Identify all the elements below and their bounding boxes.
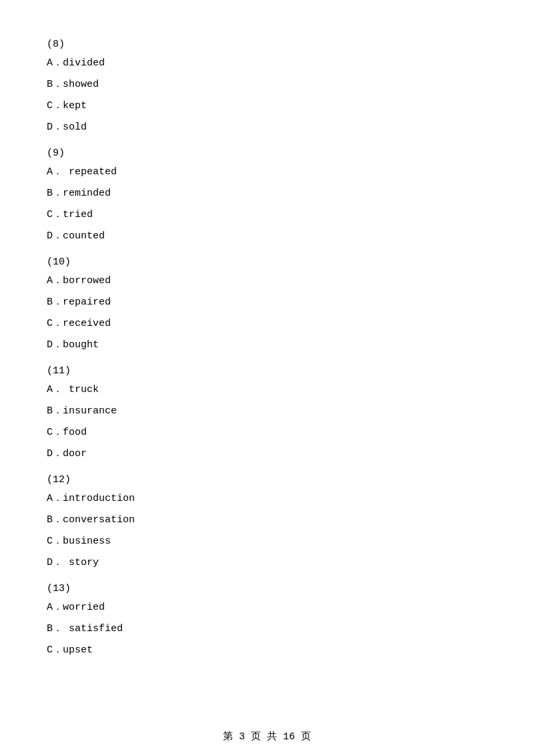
option-11-2: C．food [47, 425, 487, 441]
option-9-0: A． repeated [47, 164, 487, 180]
option-10-0: A．borrowed [47, 273, 487, 289]
question-number-8: (8) [47, 39, 487, 50]
option-8-3: D．sold [47, 120, 487, 136]
option-8-0: A．divided [47, 55, 487, 71]
option-10-3: D．bought [47, 337, 487, 353]
option-9-2: C．tried [47, 207, 487, 223]
question-number-9: (9) [47, 148, 487, 159]
option-12-1: B．conversation [47, 512, 487, 528]
page-footer: 第 3 页 共 16 页 [0, 730, 534, 743]
question-number-12: (12) [47, 474, 487, 486]
option-10-1: B．repaired [47, 295, 487, 311]
option-11-1: B．insurance [47, 403, 487, 419]
option-9-3: D．counted [47, 228, 487, 244]
option-12-0: A．introduction [47, 491, 487, 507]
option-9-1: B．reminded [47, 186, 487, 202]
option-8-2: C．kept [47, 98, 487, 114]
option-13-1: B． satisfied [47, 621, 487, 637]
question-number-10: (10) [47, 256, 487, 268]
option-11-0: A． truck [47, 382, 487, 398]
option-13-2: C．upset [47, 642, 487, 658]
option-13-0: A．worried [47, 600, 487, 616]
option-8-1: B．showed [47, 77, 487, 93]
option-10-2: C．received [47, 316, 487, 332]
question-number-13: (13) [47, 583, 487, 594]
main-content: (8)A．dividedB．showedC．keptD．sold(9)A． re… [0, 0, 534, 704]
option-12-3: D． story [47, 555, 487, 571]
option-12-2: C．business [47, 534, 487, 550]
option-11-3: D．door [47, 446, 487, 462]
question-number-11: (11) [47, 365, 487, 377]
